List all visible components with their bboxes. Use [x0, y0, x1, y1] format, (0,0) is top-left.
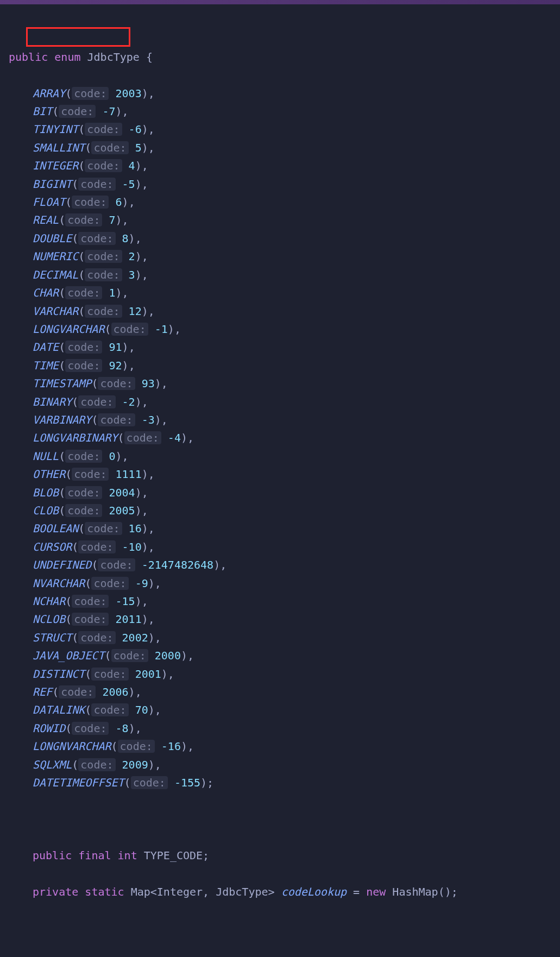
paren-open: (	[59, 359, 65, 372]
ctor-hashmap: HashMap	[392, 885, 438, 898]
enum-constant-line: DISTINCT(code: 2001),	[9, 665, 560, 683]
paren-close: )	[155, 377, 161, 390]
terminator: ,	[155, 758, 161, 771]
enum-constant-line: LONGNVARCHAR(code: -16),	[9, 738, 560, 755]
numeric-literal: -16	[161, 740, 181, 753]
enum-constant-name: DISTINCT	[33, 668, 85, 681]
terminator: ,	[174, 323, 181, 336]
parameter-hint: code:	[78, 631, 115, 644]
parameter-hint: code:	[111, 323, 148, 336]
enum-constant-line: TIMESTAMP(code: 93),	[9, 375, 560, 393]
enum-constant-line: BINARY(code: -2),	[9, 393, 560, 411]
numeric-literal: -15	[116, 595, 135, 608]
enum-constant-name: SMALLINT	[33, 141, 85, 154]
numeric-literal: 2005	[109, 504, 135, 517]
parameter-hint: code:	[72, 722, 109, 735]
enum-constant-name: JAVA_OBJECT	[33, 649, 104, 662]
parameter-hint: code:	[65, 504, 102, 517]
paren-open: (	[118, 431, 124, 444]
paren-open: (	[72, 395, 78, 408]
enum-constant-line: NVARCHAR(code: -9),	[9, 575, 560, 593]
parameter-hint: code:	[131, 776, 168, 789]
paren-open: (	[65, 595, 72, 608]
enum-constant-name: LONGNVARCHAR	[33, 740, 111, 753]
paren-close: )	[142, 87, 148, 100]
paren-open: (	[104, 649, 111, 662]
paren-close: )	[135, 504, 142, 517]
keyword-private: private	[33, 885, 78, 898]
paren-close: )	[129, 685, 135, 698]
enum-constant-name: BOOLEAN	[33, 522, 78, 535]
terminator: ,	[161, 377, 168, 390]
parameter-hint: code:	[78, 758, 115, 771]
parameter-hint: code:	[65, 213, 102, 226]
enum-constant-line: DOUBLE(code: 8),	[9, 230, 560, 248]
semicolon: ;	[451, 885, 458, 898]
enum-constant-line: NULL(code: 0),	[9, 448, 560, 465]
paren-close: )	[142, 613, 148, 626]
terminator: ,	[187, 431, 194, 444]
numeric-literal: -7	[102, 105, 115, 118]
numeric-literal: 70	[135, 703, 148, 716]
paren-open: (	[65, 468, 72, 481]
numeric-literal: 7	[109, 213, 115, 226]
paren-close: )	[142, 540, 148, 553]
terminator: ,	[122, 450, 129, 463]
paren-close: )	[116, 450, 122, 463]
enum-constant-line: DATETIMEOFFSET(code: -155);	[9, 774, 560, 792]
enum-constant-name: DATE	[33, 341, 59, 354]
enum-constant-name: LONGVARBINARY	[33, 431, 118, 444]
numeric-literal: 1111	[116, 468, 142, 481]
enum-constant-line: NUMERIC(code: 2),	[9, 248, 560, 266]
paren-open: (	[78, 305, 85, 318]
parameter-hint: code:	[72, 196, 109, 209]
terminator: ,	[155, 703, 161, 716]
parameter-hint: code:	[85, 159, 122, 172]
numeric-literal: 2	[129, 250, 135, 263]
paren-open: (	[52, 105, 59, 118]
keyword-new: new	[366, 885, 386, 898]
numeric-literal: -2	[122, 395, 135, 408]
enum-constant-name: LONGVARCHAR	[33, 323, 104, 336]
parameter-hint: code:	[85, 268, 122, 281]
parens: ()	[438, 885, 451, 898]
terminator: ,	[148, 87, 155, 100]
enum-constant-line: STRUCT(code: 2002),	[9, 629, 560, 647]
enum-constant-name: BIGINT	[33, 178, 72, 191]
parameter-hint: code:	[91, 668, 128, 681]
parameter-hint: code:	[72, 613, 109, 626]
parameter-hint: code:	[65, 486, 102, 499]
parameter-hint: code:	[78, 178, 115, 191]
terminator: ,	[161, 413, 168, 426]
paren-close: )	[148, 577, 155, 590]
enum-constant-name: NCLOB	[33, 613, 65, 626]
terminator: ,	[187, 740, 194, 753]
enum-constant-name: CLOB	[33, 504, 59, 517]
code-editor[interactable]: public enum JdbcType { ARRAY(code: 2003)…	[0, 4, 560, 919]
enum-constant-line: TIME(code: 92),	[9, 357, 560, 375]
parameter-hint: code:	[98, 558, 135, 571]
paren-open: (	[59, 213, 65, 226]
terminator: ,	[135, 685, 142, 698]
paren-open: (	[59, 504, 65, 517]
enum-constant-name: CHAR	[33, 286, 59, 299]
enum-constant-line: FLOAT(code: 6),	[9, 193, 560, 211]
enum-constant-name: ARRAY	[33, 87, 65, 100]
enum-constant-line: VARCHAR(code: 12),	[9, 303, 560, 320]
paren-close: )	[142, 522, 148, 535]
enum-constant-line: CLOB(code: 2005),	[9, 502, 560, 520]
paren-open: (	[111, 740, 118, 753]
paren-open: (	[59, 286, 65, 299]
numeric-literal: -6	[129, 123, 142, 136]
parameter-hint: code:	[72, 595, 109, 608]
enum-constant-name: ROWID	[33, 722, 65, 735]
enum-constant-line: SMALLINT(code: 5),	[9, 139, 560, 157]
enum-constant-line: NCLOB(code: 2011),	[9, 610, 560, 628]
terminator: ,	[168, 668, 174, 681]
numeric-literal: 0	[109, 450, 115, 463]
enum-constant-line: BOOLEAN(code: 16),	[9, 520, 560, 538]
enum-constant-line: OTHER(code: 1111),	[9, 465, 560, 483]
enum-constant-line: ARRAY(code: 2003),	[9, 85, 560, 103]
enum-constant-line: CHAR(code: 1),	[9, 284, 560, 302]
paren-open: (	[65, 722, 72, 735]
